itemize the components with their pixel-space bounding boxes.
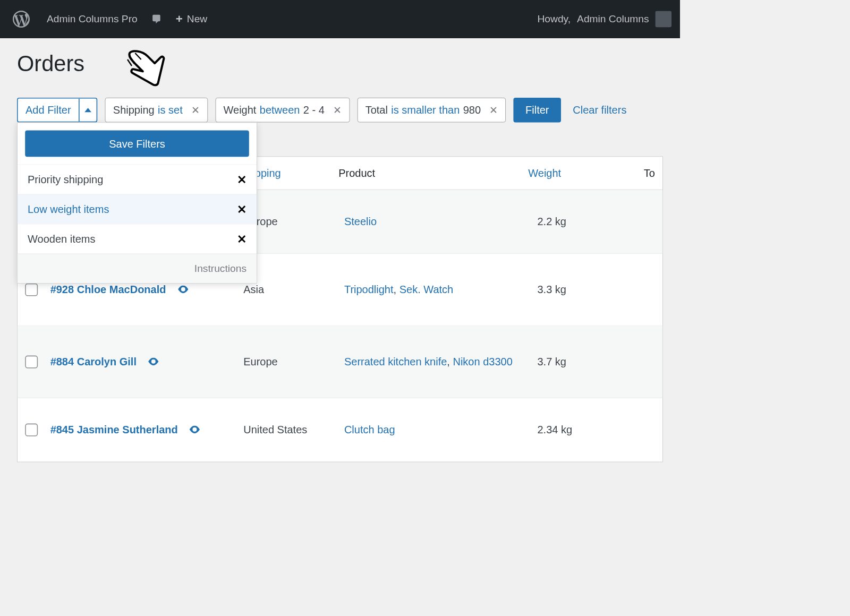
cell-weight: 3.7 kg bbox=[538, 356, 655, 368]
order-link[interactable]: #884 Carolyn Gill bbox=[50, 356, 137, 367]
site-name-link[interactable]: Admin Columns Pro bbox=[47, 13, 138, 25]
cell-product[interactable]: Steelio bbox=[344, 216, 538, 228]
avatar bbox=[656, 11, 672, 27]
filter-row: Add Filter Save Filters Priority shippin… bbox=[17, 98, 663, 122]
column-product: Product bbox=[338, 167, 528, 179]
greeting: Howdy, bbox=[537, 13, 571, 25]
cell-shipping: Europe bbox=[243, 216, 344, 228]
admin-bar: Admin Columns Pro + New Howdy, Admin Col… bbox=[0, 0, 680, 38]
user-menu[interactable]: Howdy, Admin Columns bbox=[537, 11, 672, 27]
preview-icon[interactable] bbox=[189, 424, 200, 436]
caret-up-icon bbox=[84, 108, 91, 112]
chip-operator: is set bbox=[158, 104, 183, 116]
user-display-name: Admin Columns bbox=[577, 13, 649, 25]
preview-icon[interactable] bbox=[148, 356, 159, 368]
column-total: To bbox=[644, 167, 655, 179]
table-row: #884 Carolyn Gill Europe Serrated kitche… bbox=[18, 326, 662, 398]
add-filter-caret[interactable] bbox=[79, 99, 97, 122]
row-checkbox[interactable] bbox=[25, 283, 38, 296]
chip-label: Weight bbox=[224, 104, 257, 116]
comment-icon[interactable] bbox=[150, 13, 163, 25]
cell-product[interactable]: Tripodlight, Sek. Watch bbox=[344, 284, 538, 296]
cell-weight: 2.34 kg bbox=[538, 424, 655, 436]
chip-operator: between bbox=[260, 104, 300, 116]
cell-product[interactable]: Clutch bag bbox=[344, 424, 538, 436]
clear-filters-link[interactable]: Clear filters bbox=[573, 104, 626, 116]
chip-remove-icon[interactable]: ✕ bbox=[333, 104, 342, 116]
new-button[interactable]: + New bbox=[176, 12, 208, 26]
chip-remove-icon[interactable]: ✕ bbox=[191, 104, 200, 116]
table-row: #845 Jasmine Sutherland United States Cl… bbox=[18, 398, 662, 462]
page-title: Orders bbox=[17, 51, 663, 76]
chip-label: Shipping bbox=[113, 104, 155, 116]
cell-shipping: Asia bbox=[243, 284, 344, 296]
cell-product[interactable]: Serrated kitchen knife, Nikon d3300 bbox=[344, 352, 538, 371]
row-checkbox[interactable] bbox=[25, 423, 38, 436]
cell-shipping: Europe bbox=[243, 356, 344, 368]
row-checkbox[interactable] bbox=[25, 355, 38, 368]
cell-weight: 2.2 kg bbox=[538, 216, 655, 228]
filter-chip-shipping[interactable]: Shipping is set ✕ bbox=[105, 98, 208, 122]
order-link[interactable]: #845 Jasmine Sutherland bbox=[50, 424, 178, 435]
cell-shipping: United States bbox=[243, 424, 344, 436]
chip-value: 2 - 4 bbox=[303, 104, 325, 116]
plus-icon: + bbox=[176, 12, 183, 26]
new-label: New bbox=[187, 13, 207, 25]
cell-weight: 3.3 kg bbox=[538, 284, 655, 296]
filter-chip-total[interactable]: Total is smaller than 980 ✕ bbox=[357, 98, 506, 122]
chip-operator: is smaller than bbox=[391, 104, 460, 116]
chip-value: 980 bbox=[463, 104, 481, 116]
filter-chip-weight[interactable]: Weight between 2 - 4 ✕ bbox=[215, 98, 350, 122]
chip-remove-icon[interactable]: ✕ bbox=[489, 104, 498, 116]
order-link[interactable]: #928 Chloe MacDonald bbox=[50, 284, 166, 295]
preview-icon[interactable] bbox=[177, 284, 189, 296]
column-weight[interactable]: Weight bbox=[528, 167, 643, 179]
add-filter-button[interactable]: Add Filter Save Filters Priority shippin… bbox=[17, 98, 97, 122]
wordpress-logo-icon[interactable] bbox=[8, 6, 34, 32]
add-filter-label[interactable]: Add Filter bbox=[18, 99, 79, 122]
filter-button[interactable]: Filter bbox=[514, 98, 561, 122]
chip-label: Total bbox=[366, 104, 388, 116]
